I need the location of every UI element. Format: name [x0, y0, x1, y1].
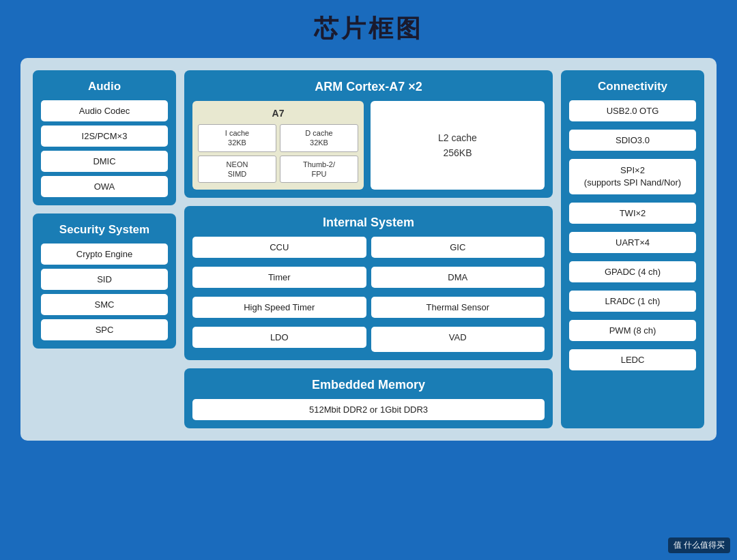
- center-column: ARM Cortex-A7 ×2 A7 I cache32KB D cache3…: [184, 70, 553, 428]
- list-item: OWA: [41, 176, 168, 197]
- memory-title: Embedded Memory: [192, 378, 545, 392]
- list-item: GPADC (4 ch): [569, 261, 696, 282]
- list-item: DMIC: [41, 151, 168, 172]
- list-item: LDO: [192, 327, 366, 348]
- l2-cache-box: L2 cache256KB: [371, 101, 545, 190]
- list-item: PWM (8 ch): [569, 320, 696, 341]
- list-item: GIC: [371, 237, 545, 258]
- watermark: 值 什么值得买: [668, 537, 730, 553]
- memory-section: Embedded Memory 512Mbit DDR2 or 1Gbit DD…: [184, 368, 553, 428]
- chip-diagram: Audio Audio Codec I2S/PCM×3 DMIC OWA Sec…: [20, 58, 717, 441]
- list-item: VAD: [371, 327, 545, 352]
- list-item: Crypto Engine: [41, 244, 168, 265]
- list-item: SPC: [41, 319, 168, 340]
- list-item: CCU: [192, 237, 366, 258]
- list-item: USB2.0 OTG: [569, 100, 696, 121]
- a7-cell: Thumb-2/FPU: [280, 156, 358, 183]
- list-item: Thermal Sensor: [371, 297, 545, 318]
- list-item: SID: [41, 269, 168, 290]
- left-column: Audio Audio Codec I2S/PCM×3 DMIC OWA Sec…: [33, 70, 176, 428]
- list-item: UART×4: [569, 232, 696, 253]
- a7-box: A7 I cache32KB D cache32KB NEONSIMD Thum…: [192, 101, 364, 190]
- memory-item: 512Mbit DDR2 or 1Gbit DDR3: [192, 399, 545, 420]
- arm-title: ARM Cortex-A7 ×2: [192, 80, 545, 94]
- a7-cell: NEONSIMD: [198, 156, 276, 183]
- internal-grid: CCU GIC Timer DMA High Speed Timer Therm…: [192, 237, 545, 352]
- audio-section: Audio Audio Codec I2S/PCM×3 DMIC OWA: [33, 70, 176, 205]
- internal-title: Internal System: [192, 216, 545, 230]
- page-title: 芯片框图: [314, 12, 423, 46]
- arm-section: ARM Cortex-A7 ×2 A7 I cache32KB D cache3…: [184, 70, 553, 198]
- security-section: Security System Crypto Engine SID SMC SP…: [33, 213, 176, 349]
- list-item: TWI×2: [569, 203, 696, 224]
- a7-label: A7: [198, 108, 358, 119]
- list-item: LRADC (1 ch): [569, 291, 696, 312]
- a7-cell: I cache32KB: [198, 124, 276, 152]
- a7-cell: D cache32KB: [280, 124, 358, 152]
- list-item: I2S/PCM×3: [41, 126, 168, 147]
- internal-section: Internal System CCU GIC Timer DMA High S…: [184, 206, 553, 360]
- a7-grid: I cache32KB D cache32KB NEONSIMD Thumb-2…: [198, 124, 358, 183]
- list-item: LEDC: [569, 349, 696, 370]
- list-item: Audio Codec: [41, 100, 168, 121]
- list-item: High Speed Timer: [192, 297, 366, 318]
- connectivity-title: Connectivity: [569, 80, 696, 93]
- list-item: DMA: [371, 267, 545, 288]
- security-title: Security System: [41, 223, 168, 237]
- list-item: SDIO3.0: [569, 130, 696, 151]
- arm-inner: A7 I cache32KB D cache32KB NEONSIMD Thum…: [192, 101, 545, 190]
- list-item: SPI×2 (supports SPI Nand/Nor): [569, 159, 696, 194]
- audio-title: Audio: [41, 80, 168, 93]
- list-item: Timer: [192, 267, 366, 288]
- list-item: SMC: [41, 294, 168, 315]
- connectivity-section: Connectivity USB2.0 OTG SDIO3.0 SPI×2 (s…: [561, 70, 704, 428]
